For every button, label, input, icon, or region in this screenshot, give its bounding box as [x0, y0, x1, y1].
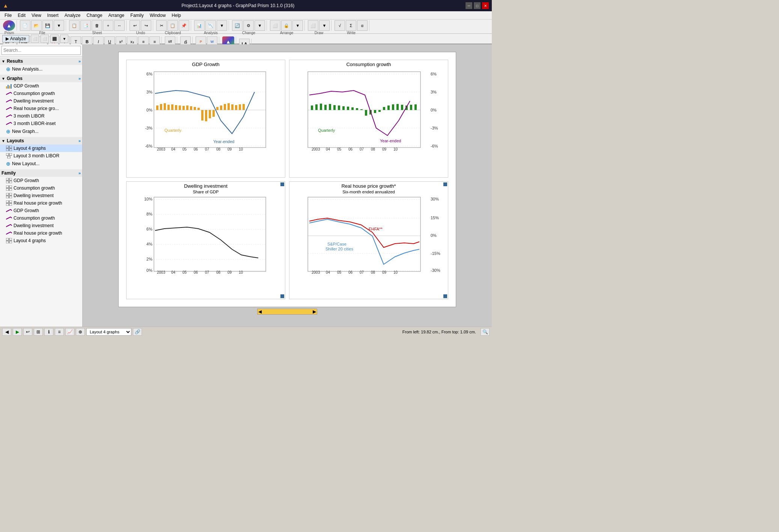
change-btn1[interactable]: 🔄 [232, 20, 243, 31]
menu-edit[interactable]: Edit [15, 12, 29, 19]
close-button[interactable]: ✕ [482, 2, 489, 9]
fam-gdp2-item[interactable]: GDP Growth [0, 207, 82, 214]
results-more[interactable]: » [78, 59, 81, 63]
sheet-btn1[interactable]: 📋 [69, 20, 80, 31]
status-btn-prev[interactable]: ◀ [2, 328, 11, 336]
menu-family[interactable]: Family [127, 12, 146, 19]
prism-logo[interactable]: ▲ [3, 20, 15, 31]
menu-analyze[interactable]: Analyze [62, 12, 84, 19]
draw-btn1[interactable]: ⬜ [308, 20, 318, 31]
write-btn1[interactable]: √ [335, 20, 345, 31]
fam-dwelling2-item[interactable]: Dwelling investment [0, 222, 82, 229]
sheet-btn4[interactable]: + [103, 20, 113, 31]
analysis-btn1[interactable]: 📊 [194, 20, 205, 31]
sidebar-real-house[interactable]: Real house price gro... [0, 105, 82, 112]
maximize-button[interactable]: □ [474, 2, 481, 9]
sheet-btn3[interactable]: 🗑 [92, 20, 102, 31]
zoom-btn[interactable]: 🔍 [481, 328, 490, 336]
layouts-more[interactable]: » [78, 139, 81, 143]
status-btn-info[interactable]: ℹ [44, 328, 53, 336]
scroll-left-icon[interactable]: ◀ [258, 309, 262, 314]
handle-tr[interactable] [443, 182, 447, 186]
layout-selector[interactable]: Layout 4 graphs [86, 328, 131, 336]
cut-btn[interactable]: ✂ [156, 20, 167, 31]
menu-window[interactable]: Window [147, 12, 169, 19]
fam-gdp-item[interactable]: GDP Growth [0, 177, 82, 184]
menu-view[interactable]: View [29, 12, 44, 19]
menu-insert[interactable]: Insert [44, 12, 62, 19]
change-btn2[interactable]: ⚙ [243, 20, 254, 31]
sheet-btn5[interactable]: ↔ [114, 20, 125, 31]
new-analysis-item[interactable]: ⊕ New Analysis... [0, 65, 82, 73]
open-file-btn[interactable]: 📂 [31, 20, 42, 31]
save-file-btn[interactable]: 💾 [42, 20, 53, 31]
fam-consumption2-item[interactable]: Consumption growth [0, 214, 82, 222]
scrollbar-thumb[interactable]: ◀ ▶ [257, 309, 317, 315]
results-header[interactable]: ▼ Results » [0, 57, 82, 65]
fam-dwelling-item[interactable]: Dwelling investment [0, 192, 82, 199]
fam-consumption-item[interactable]: Consumption growth [0, 184, 82, 192]
arrange-btn1[interactable]: ⬜ [270, 20, 280, 31]
graphs-more[interactable]: » [78, 76, 81, 81]
redo-btn[interactable]: ↪ [141, 20, 151, 31]
search-input[interactable] [2, 46, 81, 55]
status-btn-play[interactable]: ▶ [13, 328, 22, 336]
new-layout-item[interactable]: ⊕ New Layout... [0, 160, 82, 168]
status-btn-list[interactable]: ≡ [55, 328, 64, 336]
menu-file[interactable]: File [2, 12, 15, 19]
sidebar-consumption-growth[interactable]: Consumption growth [0, 90, 82, 97]
copy-btn[interactable]: 📋 [167, 20, 178, 31]
minimize-button[interactable]: ─ [466, 2, 472, 9]
chart-consumption[interactable]: Consumption growth 6% 3% 0% -3% -6% [289, 60, 448, 178]
layouts-header[interactable]: ▼ Layouts » [0, 137, 82, 145]
toolbar2-btn1[interactable]: ⬜ [31, 35, 39, 43]
sidebar-libor-inset[interactable]: 3 month LIBOR-inset [0, 120, 82, 127]
status-btn-back[interactable]: ↩ [23, 328, 32, 336]
link-btn[interactable]: 🔗 [133, 328, 142, 336]
sidebar-gdp-growth[interactable]: GDP Growth [0, 82, 82, 90]
fam-real-house-item[interactable]: Real house price growth [0, 199, 82, 207]
analyze-button[interactable]: ▶ Analyze [2, 35, 29, 42]
new-file-btn[interactable]: 📄 [20, 20, 30, 31]
status-btn-chart[interactable]: 📈 [65, 328, 74, 336]
undo-btn[interactable]: ↩ [130, 20, 140, 31]
layout-canvas[interactable]: GDP Growth 6% 3% 0% -3% -6% [118, 52, 456, 307]
layout-4-graphs-item[interactable]: Layout 4 graphs [0, 145, 82, 152]
chart-real-house[interactable]: Real house price growth* Six-month ended… [289, 181, 448, 299]
new-graph-item[interactable]: ⊕ New Graph... [0, 127, 82, 136]
content-area[interactable]: GDP Growth 6% 3% 0% -3% -6% [83, 44, 492, 327]
analysis-btn3[interactable]: ▼ [217, 20, 227, 31]
graphs-header[interactable]: ▼ Graphs » [0, 75, 82, 82]
file-options-btn[interactable]: ▼ [54, 20, 64, 31]
fam-real-house2-item[interactable]: Real house price growth [0, 229, 82, 237]
change-btn3[interactable]: ▼ [255, 20, 265, 31]
analysis-btn2[interactable]: 📉 [205, 20, 216, 31]
fam-layout-item[interactable]: Layout 4 graphs [0, 237, 82, 244]
menu-arrange[interactable]: Arrange [105, 12, 128, 19]
family-header[interactable]: Family » [0, 169, 82, 177]
handle-br[interactable] [280, 294, 284, 298]
menu-help[interactable]: Help [169, 12, 184, 19]
sidebar-libor[interactable]: 3 month LIBOR [0, 112, 82, 120]
chart-gdp-growth[interactable]: GDP Growth 6% 3% 0% -3% -6% [126, 60, 285, 178]
status-btn-grid[interactable]: ⊞ [34, 328, 43, 336]
toolbar2-btn3[interactable]: ⬛ [50, 35, 59, 43]
write-btn2[interactable]: Σ [346, 20, 356, 31]
arrange-btn2[interactable]: 🔒 [281, 20, 292, 31]
draw-btn2[interactable]: ▼ [319, 20, 330, 31]
scroll-right-icon[interactable]: ▶ [313, 309, 316, 314]
status-btn-add[interactable]: ⊕ [76, 328, 85, 336]
toolbar2-btn4[interactable]: ▼ [60, 35, 68, 43]
handle-br2[interactable] [443, 294, 447, 298]
family-more[interactable]: » [78, 171, 81, 175]
horizontal-scrollbar[interactable]: ◀ ▶ [257, 309, 317, 315]
arrange-btn3[interactable]: ▼ [292, 20, 303, 31]
layout-3-month-item[interactable]: Layout 3 month LIBOR [0, 152, 82, 160]
write-btn3[interactable]: α [357, 20, 368, 31]
menu-change[interactable]: Change [84, 12, 105, 19]
toolbar2-btn2[interactable]: ⬜ [41, 35, 49, 43]
paste-btn[interactable]: 📌 [179, 20, 189, 31]
sheet-btn2[interactable]: 📑 [80, 20, 91, 31]
handle-tl[interactable] [280, 182, 284, 186]
chart-dwelling[interactable]: Dwelling investment Share of GDP 10% 8% … [126, 181, 285, 299]
